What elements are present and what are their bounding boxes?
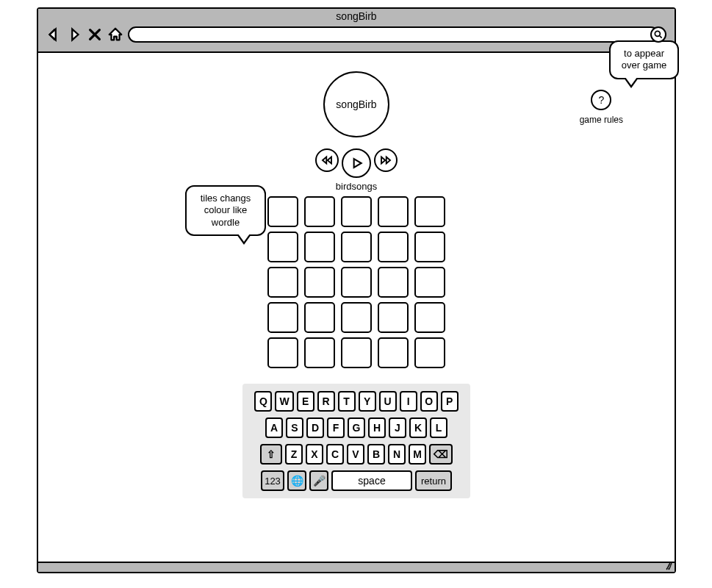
tile[interactable]: [378, 337, 409, 368]
tile[interactable]: [267, 196, 298, 227]
key-y[interactable]: Y: [359, 391, 376, 412]
key-g[interactable]: G: [348, 417, 365, 438]
tile[interactable]: [341, 232, 372, 262]
key-l[interactable]: L: [430, 417, 447, 438]
tile[interactable]: [267, 302, 298, 333]
tile[interactable]: [341, 302, 372, 333]
logo: songBirb: [323, 71, 389, 137]
tile[interactable]: [414, 302, 445, 333]
tile[interactable]: [341, 267, 372, 298]
titlebar: songBirb: [38, 9, 675, 53]
grid-row: [267, 232, 445, 262]
key-e[interactable]: E: [297, 391, 314, 412]
tile[interactable]: [378, 267, 409, 298]
logo-text: songBirb: [336, 98, 376, 110]
tile[interactable]: [414, 337, 445, 368]
status-bar: ⫽: [38, 562, 675, 572]
key-w[interactable]: W: [275, 391, 293, 412]
fast-forward-button[interactable]: [374, 148, 398, 172]
back-icon[interactable]: [46, 26, 62, 43]
key-x[interactable]: X: [306, 444, 323, 465]
tile[interactable]: [304, 337, 335, 368]
key-s[interactable]: S: [286, 417, 303, 438]
stop-icon[interactable]: [87, 26, 103, 43]
callout-overlay: to appear over game: [609, 40, 679, 79]
tile[interactable]: [341, 337, 372, 368]
tile[interactable]: [378, 232, 409, 262]
key-d[interactable]: D: [306, 417, 324, 438]
tile[interactable]: [414, 267, 445, 298]
key-r[interactable]: R: [317, 391, 335, 412]
rewind-button[interactable]: [315, 148, 339, 172]
tile[interactable]: [378, 196, 409, 227]
backspace-key[interactable]: ⌫: [429, 444, 453, 465]
svg-point-0: [655, 31, 660, 36]
help-label: game rules: [580, 115, 623, 125]
keyboard-row-2: ASDFGHJKL: [265, 417, 447, 438]
key-p[interactable]: P: [441, 391, 459, 412]
help-symbol: ?: [598, 94, 604, 106]
grid-row: [267, 302, 445, 333]
page-content: songBirb birdsongs ? game rules: [38, 53, 675, 562]
audio-player: birdsongs: [315, 148, 398, 192]
key-c[interactable]: C: [326, 444, 344, 465]
tile[interactable]: [304, 302, 335, 333]
key-123[interactable]: 123: [261, 470, 284, 491]
keyboard: QWERTYUIOP ASDFGHJKL ⇧ZXCVBNM⌫ 123 🌐 🎤 s…: [242, 384, 470, 498]
guess-grid: [267, 196, 445, 368]
key-i[interactable]: I: [400, 391, 417, 412]
url-bar[interactable]: [128, 26, 659, 43]
tile[interactable]: [267, 232, 298, 262]
tile[interactable]: [414, 196, 445, 227]
window-title: songBirb: [38, 9, 675, 22]
player-label: birdsongs: [315, 181, 398, 192]
keyboard-row-1: QWERTYUIOP: [254, 391, 458, 412]
key-q[interactable]: Q: [254, 391, 272, 412]
forward-icon[interactable]: [66, 26, 82, 43]
key-v[interactable]: V: [347, 444, 364, 465]
key-z[interactable]: Z: [285, 444, 303, 465]
tile[interactable]: [414, 232, 445, 262]
mic-icon[interactable]: 🎤: [309, 470, 328, 491]
help-button[interactable]: ?: [591, 90, 611, 110]
key-f[interactable]: F: [327, 417, 345, 438]
key-o[interactable]: O: [420, 391, 438, 412]
grid-row: [267, 196, 445, 227]
key-space[interactable]: space: [331, 470, 412, 491]
key-k[interactable]: K: [409, 417, 427, 438]
tile[interactable]: [378, 302, 409, 333]
keyboard-row-3: ⇧ZXCVBNM⌫: [260, 444, 453, 465]
tile[interactable]: [304, 196, 335, 227]
globe-icon[interactable]: 🌐: [287, 470, 306, 491]
key-b[interactable]: B: [367, 444, 385, 465]
key-j[interactable]: J: [389, 417, 406, 438]
tile[interactable]: [341, 196, 372, 227]
key-m[interactable]: M: [409, 444, 426, 465]
search-icon[interactable]: [650, 26, 666, 43]
play-button[interactable]: [342, 148, 371, 178]
help-section: ? game rules: [580, 90, 623, 125]
resize-grip-icon[interactable]: ⫽: [664, 560, 673, 572]
tile[interactable]: [304, 232, 335, 262]
nav-row: [46, 26, 666, 43]
callout-tiles: tiles changs colour like wordle: [185, 185, 266, 236]
key-t[interactable]: T: [338, 391, 356, 412]
grid-row: [267, 267, 445, 298]
key-u[interactable]: U: [379, 391, 397, 412]
tile[interactable]: [267, 267, 298, 298]
shift-key[interactable]: ⇧: [260, 444, 282, 465]
grid-row: [267, 337, 445, 368]
key-h[interactable]: H: [368, 417, 386, 438]
keyboard-row-4: 123 🌐 🎤 space return: [261, 470, 452, 491]
home-icon[interactable]: [107, 26, 123, 43]
key-return[interactable]: return: [415, 470, 452, 491]
key-a[interactable]: A: [265, 417, 283, 438]
browser-window: songBirb songBirb: [37, 7, 676, 573]
tile[interactable]: [267, 337, 298, 368]
tile[interactable]: [304, 267, 335, 298]
key-n[interactable]: N: [388, 444, 406, 465]
